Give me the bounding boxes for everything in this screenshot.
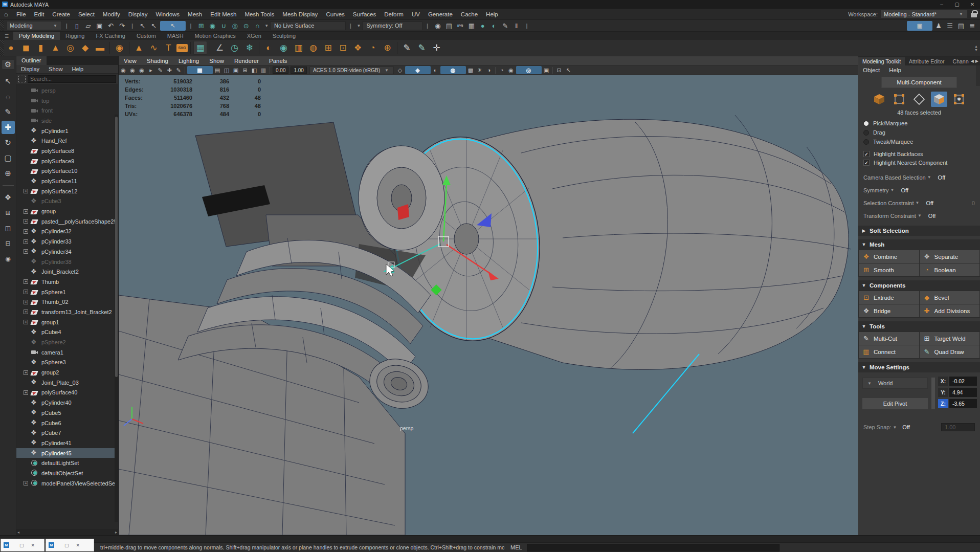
section-soft-selection[interactable]: ▶ Soft Selection: [858, 226, 980, 236]
outliner-item-pcylinder38[interactable]: + pCylinder38: [16, 257, 118, 267]
outliner-item-pcube5[interactable]: + pCube5: [16, 408, 118, 418]
move-tool-icon[interactable]: ✚: [2, 121, 15, 134]
menu-edit[interactable]: Edit: [30, 11, 49, 17]
menu-edit-mesh[interactable]: Edit Mesh: [206, 11, 240, 17]
greasepencil2-icon[interactable]: ▣: [542, 66, 551, 74]
move-camera-icon[interactable]: ✚: [165, 66, 174, 74]
lock-icon[interactable]: [971, 13, 977, 17]
separate-button[interactable]: ❖ Separate: [920, 250, 980, 263]
snap-curve-icon[interactable]: ◉: [207, 21, 217, 31]
menu-mesh-display[interactable]: Mesh Display: [278, 11, 322, 17]
close-icon[interactable]: ✕: [31, 543, 35, 548]
outliner-item-side[interactable]: + side: [16, 116, 118, 126]
dropdown-transform-constraint[interactable]: Transform Constraint ▼ Off: [858, 209, 980, 222]
tab-attribute-editor[interactable]: Attribute Editor: [905, 57, 948, 65]
vertex-mode-icon[interactable]: [891, 92, 907, 107]
gate-mask-icon[interactable]: ▣: [232, 66, 240, 74]
menu-select[interactable]: Select: [74, 11, 99, 17]
xray-icon[interactable]: ◔: [498, 66, 506, 74]
close-icon[interactable]: ✕: [76, 543, 80, 548]
curve-spiral-icon[interactable]: ∿: [147, 41, 161, 55]
shelf-tab-xgen[interactable]: XGen: [241, 32, 267, 40]
radio-drag[interactable]: Drag: [858, 128, 980, 137]
quad-draw-button[interactable]: ✎ Quad Draw: [920, 345, 980, 358]
scroll-left-icon[interactable]: ◂: [17, 530, 19, 535]
menu-set-select[interactable]: Modeling ▼: [7, 21, 62, 30]
axis-value-field[interactable]: -0.02: [949, 377, 977, 386]
render-current-frame-icon[interactable]: ▤: [444, 21, 454, 31]
layout-two-pane-icon[interactable]: ◫: [2, 222, 15, 235]
toolbar-separator[interactable]: ❙: [422, 23, 432, 29]
menu-create[interactable]: Create: [48, 11, 74, 17]
outliner-item-pcylinder34[interactable]: + pCylinder34: [16, 247, 118, 257]
menu-mesh-tools[interactable]: Mesh Tools: [240, 11, 278, 17]
shelf-scroll-arrows[interactable]: ▲▼: [974, 45, 980, 52]
bevel-button[interactable]: ◆ Bevel: [920, 291, 980, 304]
radio-pick-marquee[interactable]: Pick/Marquee: [858, 119, 980, 128]
quad-pencil-icon[interactable]: ✎: [415, 41, 429, 55]
maximize-icon[interactable]: ▢: [19, 543, 24, 548]
outliner-item-group1[interactable]: + group1: [16, 317, 118, 327]
outliner-item-pcylinder33[interactable]: + pCylinder33: [16, 236, 118, 247]
expand-icon[interactable]: +: [24, 189, 28, 193]
poly-cylinder-icon[interactable]: ▮: [34, 41, 48, 55]
object-mode-icon[interactable]: [871, 92, 887, 107]
snapshot-camera-icon[interactable]: ◉: [119, 66, 128, 74]
outliner-item-pcylinder32[interactable]: + pCylinder32: [16, 227, 118, 237]
mash-grid-icon[interactable]: ▦: [193, 41, 207, 55]
outliner-menu-display[interactable]: Display: [16, 66, 44, 72]
axis-orientation-select[interactable]: ▼ World: [862, 378, 928, 389]
outliner-item-pcube7[interactable]: + pCube7: [16, 428, 118, 438]
shelf-tab-motion-graphics[interactable]: Motion Graphics: [189, 32, 241, 40]
shelf-tab-poly-modeling[interactable]: Poly Modeling: [13, 32, 60, 40]
expand-icon[interactable]: +: [24, 310, 28, 314]
symmetry-field[interactable]: Symmetry: Off: [362, 21, 422, 30]
smooth-button[interactable]: ⊞ Smooth: [859, 263, 919, 276]
gamma-field[interactable]: 1.00: [291, 67, 306, 74]
layout-four-pane-icon[interactable]: ⊞: [2, 206, 15, 219]
step-snap-field[interactable]: 1.00: [941, 423, 975, 431]
outliner-item-group[interactable]: + group: [16, 206, 118, 216]
menu-file[interactable]: File: [12, 11, 30, 17]
menu-generate[interactable]: Generate: [424, 11, 457, 17]
zoom-tool-icon[interactable]: ◉: [2, 252, 15, 266]
maximize-button[interactable]: ▢: [949, 0, 965, 9]
outliner-item-persp[interactable]: + persp: [16, 85, 118, 96]
outliner-item-group2[interactable]: + group2: [16, 367, 118, 378]
dropdown-camera-based-selection[interactable]: Camera Based Selection ▼ Off: [858, 171, 980, 184]
outliner-item-pcylinder41[interactable]: + pCylinder41: [16, 438, 118, 448]
outliner-item-defaultlightset[interactable]: + defaultLightSet: [16, 458, 118, 468]
sculpt-cone-icon[interactable]: ▲: [132, 41, 146, 55]
attribute-editor-toggle-icon[interactable]: ▤: [956, 21, 966, 31]
menu-curves[interactable]: Curves: [322, 11, 348, 17]
outliner-item-pcube6[interactable]: + pCube6: [16, 418, 118, 428]
scrollbar-thumb[interactable]: [115, 117, 118, 377]
expand-icon[interactable]: +: [24, 219, 28, 224]
menu-help[interactable]: Help: [482, 11, 502, 17]
combine-button[interactable]: ❖ Combine: [859, 250, 919, 263]
axis-value-field[interactable]: -3.65: [949, 399, 977, 408]
safe-title-icon[interactable]: ▥: [259, 66, 268, 74]
tab-modeling-toolkit[interactable]: Modeling Toolkit: [858, 57, 905, 65]
expand-icon[interactable]: +: [24, 370, 28, 375]
character-controls-toggle-icon[interactable]: ♟: [933, 21, 944, 31]
outliner-item-psphere1[interactable]: + pSphere1: [16, 287, 118, 297]
wireframe-on-shaded-icon[interactable]: ◍: [440, 66, 466, 74]
outliner-menu-show[interactable]: Show: [44, 66, 68, 72]
film-gate-icon[interactable]: ▤: [213, 66, 222, 74]
paint-select-tool-icon[interactable]: ✎: [2, 105, 15, 119]
exposure-field[interactable]: 0.00: [273, 67, 288, 74]
select-object-icon[interactable]: ↖: [149, 21, 159, 31]
multi-cut-button[interactable]: ✎ Multi-Cut: [859, 332, 919, 345]
outliner-menu-help[interactable]: Help: [68, 66, 88, 72]
overlay-window-1[interactable]: M ▢ ✕: [1, 539, 44, 551]
shadows-icon[interactable]: ◑: [485, 66, 494, 74]
platonic-solid-icon[interactable]: ◉: [113, 41, 126, 55]
safe-action-icon[interactable]: ◧: [250, 66, 259, 74]
target-weld-button[interactable]: ⊞ Target Weld: [920, 332, 980, 345]
outliner-item-pasted-polysurfaceshape25[interactable]: + pasted__polySurfaceShape25: [16, 216, 118, 227]
cluster-diamonds-icon[interactable]: ❖: [351, 41, 365, 55]
outliner-item-polysurface12[interactable]: + polySurface12: [16, 186, 118, 196]
poly-pyramid-icon[interactable]: ◆: [78, 41, 92, 55]
step-snap-value[interactable]: Off: [902, 424, 909, 430]
